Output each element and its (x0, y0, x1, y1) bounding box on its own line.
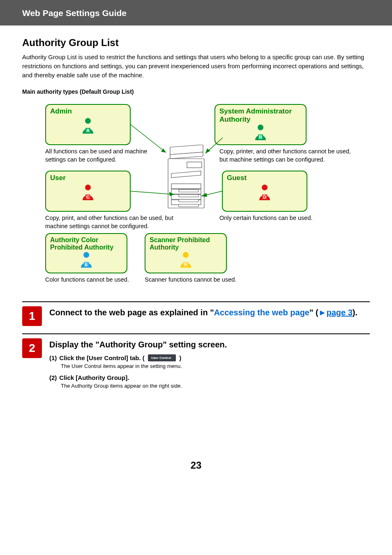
svg-rect-9 (179, 204, 198, 207)
group-desc-sysadmin: Copy, printer, and other functions canno… (219, 148, 359, 164)
svg-text:E: E (85, 262, 88, 267)
svg-text:A: A (86, 128, 90, 133)
group-title-l2: Authority (150, 244, 222, 251)
svg-point-10 (85, 118, 91, 124)
substep-marker: (2) (49, 374, 57, 381)
person-icon: C (50, 184, 126, 201)
link-arrow: ► (318, 308, 327, 317)
svg-point-25 (183, 252, 189, 258)
header-bar: Web Page Settings Guide (0, 0, 392, 25)
step-1: 1 Connect to the web page as explained i… (22, 301, 370, 326)
svg-point-19 (262, 185, 267, 190)
svg-rect-8 (179, 199, 198, 202)
group-box-user: User C (45, 171, 131, 212)
section-intro: Authority Group List is used to restrict… (22, 53, 370, 79)
authority-diagram: Admin A All functions can be used and ma… (22, 101, 370, 294)
group-desc-admin: All functions can be used and machine se… (45, 148, 164, 164)
content-area: Authority Group List Authority Group Lis… (0, 25, 392, 488)
group-title-l1: Scanner Prohibited (150, 236, 222, 244)
substep-close: ) (179, 354, 181, 361)
person-icon: B (219, 124, 302, 141)
group-title-l1: System Administrator (219, 107, 302, 116)
group-box-color-prohibited: Authority Color Prohibited Authority E (45, 233, 127, 273)
substep-2: (2) Click [Authority Group]. The Authori… (49, 374, 370, 389)
connector-user (130, 185, 179, 199)
group-box-scanner-prohibited: Scanner Prohibited Authority F (145, 233, 227, 273)
step-2-title: Display the "Authority Group" setting sc… (49, 339, 370, 350)
step-1-title: Connect to the web page as explained in … (49, 307, 370, 318)
group-title: Guest (227, 174, 302, 182)
person-icon: E (50, 251, 122, 268)
svg-rect-1 (187, 162, 202, 168)
person-icon: F (150, 251, 222, 268)
paper-stack-icon (176, 188, 201, 210)
svg-rect-6 (179, 190, 198, 192)
svg-point-13 (258, 125, 263, 130)
section-title: Authority Group List (22, 37, 370, 49)
link-page-3[interactable]: page 3 (326, 308, 352, 317)
svg-point-22 (83, 252, 89, 258)
header-title: Web Page Settings Guide (22, 8, 127, 18)
step-number: 1 (22, 306, 42, 326)
step-1-mid: " ( (309, 308, 318, 317)
svg-text:B: B (259, 134, 262, 139)
substep-marker: (1) (49, 354, 57, 361)
link-accessing-web-page[interactable]: Accessing the web page (214, 308, 309, 317)
group-box-guest: Guest D (222, 171, 307, 212)
substep-1: (1) Click the [User Control] tab. ( User… (49, 354, 370, 369)
user-control-tab-chip[interactable]: User Control (148, 354, 176, 361)
group-title: Admin (50, 107, 126, 116)
group-title-l1: Authority Color (50, 236, 122, 244)
person-icon: D (227, 184, 302, 201)
svg-rect-7 (179, 194, 198, 197)
group-desc-scanner-prohibited: Scanner functions cannot be used. (145, 276, 251, 284)
group-desc-user: Copy, print, and other functions can be … (45, 214, 185, 230)
svg-point-16 (85, 185, 91, 190)
group-box-sysadmin: System Administrator Authority B (214, 104, 307, 145)
svg-text:C: C (86, 194, 90, 199)
substep-desc: The Authority Group items appear on the … (61, 383, 370, 389)
group-title: User (50, 174, 126, 182)
group-title-l2: Authority (219, 116, 302, 124)
connector-guest (199, 187, 224, 199)
person-icon: A (50, 117, 126, 134)
group-desc-color-prohibited: Color functions cannot be used. (45, 276, 144, 284)
step-1-suffix: ). (353, 308, 357, 317)
svg-text:D: D (263, 194, 266, 199)
substep-text: Click the [User Control] tab. ( (59, 354, 145, 361)
group-box-admin: Admin A (45, 104, 131, 145)
page-number: 23 (22, 460, 370, 488)
substep-desc: The User Control items appear in the set… (61, 363, 370, 369)
section-subhead: Main authority types (Default Group List… (22, 88, 370, 95)
group-desc-guest: Only certain functions can be used. (219, 214, 351, 222)
step-number: 2 (22, 338, 42, 358)
substep-text: Click [Authority Group]. (59, 374, 129, 381)
step-1-prefix: Connect to the web page as explained in … (49, 308, 214, 317)
svg-text:F: F (184, 262, 187, 267)
group-title-l2: Prohibited Authority (50, 244, 122, 251)
step-2: 2 Display the "Authority Group" setting … (22, 333, 370, 394)
